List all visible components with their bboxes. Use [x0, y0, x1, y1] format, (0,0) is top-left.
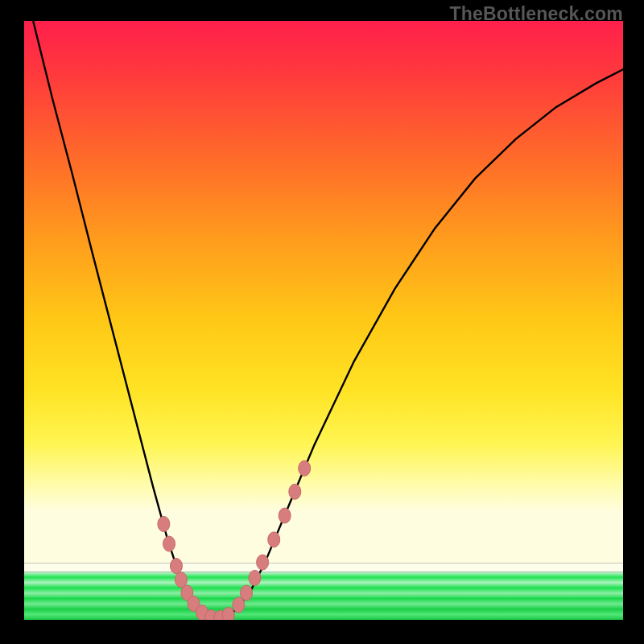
bead-right-3: [257, 555, 269, 570]
bead-left-0: [158, 516, 170, 531]
bead-right-2: [249, 570, 261, 585]
bead-right-4: [268, 532, 280, 547]
watermark-text: TheBottleneck.com: [449, 3, 623, 25]
bead-left-2: [170, 559, 182, 574]
frame: TheBottleneck.com: [0, 0, 644, 644]
plot-area: [24, 21, 623, 620]
bead-right-6: [289, 484, 301, 499]
gradient-bg: [24, 21, 623, 563]
bead-bottom-3: [222, 608, 234, 620]
pale-band: [24, 563, 623, 572]
bead-right-5: [279, 508, 291, 523]
bead-right-1: [241, 585, 253, 601]
green-band: [24, 572, 623, 620]
chart-svg: [24, 21, 623, 620]
bead-left-1: [163, 536, 175, 551]
bead-left-3: [175, 572, 187, 588]
bead-right-7: [299, 460, 311, 476]
